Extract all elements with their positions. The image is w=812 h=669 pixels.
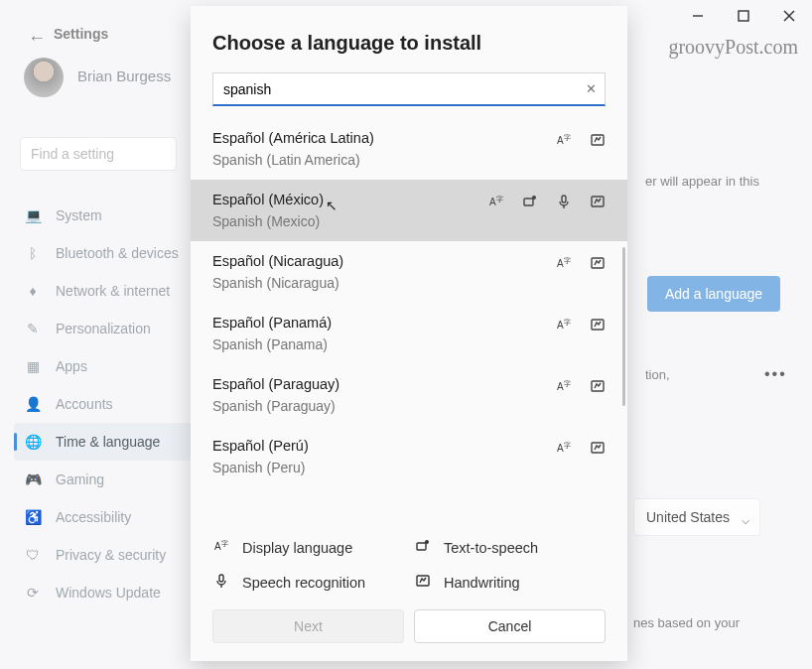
svg-rect-19 — [592, 320, 604, 330]
feature-icons: A字 — [556, 315, 606, 333]
choose-language-dialog: Choose a language to install ✕ A字Español… — [191, 6, 627, 661]
watermark-text: groovyPost.com — [668, 36, 798, 59]
handwriting-icon — [590, 378, 606, 394]
display-icon: A字 — [556, 132, 572, 148]
svg-text:字: 字 — [496, 196, 503, 202]
sidebar-item-personalization[interactable]: ✎Personalization — [14, 310, 193, 347]
feature-icons: A字 — [556, 130, 606, 148]
svg-text:A: A — [489, 197, 496, 207]
sidebar-item-accounts[interactable]: 👤Accounts — [14, 385, 193, 423]
next-button[interactable]: Next — [212, 609, 404, 643]
language-results-list: A字Español (América Latina)Spanish (Latin… — [191, 118, 627, 522]
dialog-title: Choose a language to install — [191, 6, 627, 72]
language-result-item[interactable]: A字Español (Paraguay)Spanish (Paraguay) — [191, 364, 627, 426]
nav-icon: ♦ — [24, 282, 42, 300]
language-name-native: Español (Perú) — [212, 438, 606, 454]
text-to-speech-icon — [414, 538, 432, 557]
tts-icon — [522, 194, 538, 209]
handwriting-icon — [590, 440, 606, 456]
svg-rect-6 — [592, 135, 604, 145]
nav-icon: ᛒ — [24, 244, 42, 262]
sidebar-item-accessibility[interactable]: ♿Accessibility — [14, 498, 193, 536]
cancel-button[interactable]: Cancel — [414, 609, 606, 643]
scrollbar-thumb[interactable] — [622, 247, 625, 406]
add-language-button[interactable]: Add a language — [647, 276, 780, 312]
sidebar-item-apps[interactable]: ▦Apps — [14, 347, 193, 385]
settings-title: Settings — [54, 26, 108, 42]
nav-icon: 🎮 — [24, 470, 42, 488]
nav-icon: ♿ — [24, 508, 42, 526]
language-name-native: Español (Nicaragua) — [212, 253, 606, 269]
svg-text:字: 字 — [221, 540, 228, 547]
display-language-icon: A字 — [212, 538, 230, 557]
svg-text:字: 字 — [564, 134, 571, 141]
nav-icon: 🛡 — [24, 546, 42, 564]
region-dropdown[interactable]: United States — [633, 498, 760, 536]
speech-icon — [556, 194, 572, 209]
minimize-button[interactable] — [675, 0, 721, 32]
handwriting-icon — [590, 317, 606, 333]
sidebar-item-windows-update[interactable]: ⟳Windows Update — [14, 574, 193, 611]
nav-icon: 👤 — [24, 395, 42, 413]
language-result-item[interactable]: A字Español (Nicaragua)Spanish (Nicaragua) — [191, 241, 627, 303]
maximize-button[interactable] — [721, 0, 766, 32]
svg-rect-25 — [592, 443, 604, 453]
feature-icons: A字 — [556, 253, 606, 271]
language-result-item[interactable]: A字Español (México)Spanish (Mexico)↖ — [191, 180, 627, 241]
feature-icons: A字 — [556, 376, 606, 394]
clear-search-icon[interactable]: ✕ — [586, 81, 597, 96]
nav-label: Accessibility — [56, 509, 131, 525]
handwriting-icon — [590, 132, 606, 148]
back-arrow-icon[interactable]: ← — [28, 28, 46, 49]
sidebar-item-bluetooth-devices[interactable]: ᛒBluetooth & devices — [14, 234, 193, 272]
close-button[interactable] — [766, 0, 812, 32]
language-result-item[interactable]: A字Español (Panamá)Spanish (Panama) — [191, 303, 627, 364]
legend-text-to-speech: Text-to-speech — [414, 538, 606, 557]
handwriting-icon — [414, 573, 432, 592]
svg-rect-9 — [524, 199, 533, 205]
nav-icon: 🌐 — [24, 433, 42, 451]
sidebar-item-gaming[interactable]: 🎮Gaming — [14, 461, 193, 498]
svg-rect-32 — [417, 576, 429, 586]
sidebar-item-system[interactable]: 💻System — [14, 197, 193, 234]
feature-icons: A字 — [488, 192, 606, 209]
language-search-field[interactable] — [223, 81, 575, 97]
language-result-item[interactable]: A字Español (Perú)Spanish (Peru) — [191, 426, 627, 487]
legend-speech-recognition: Speech recognition — [212, 573, 404, 592]
bg-hint-text3: nes based on your — [633, 615, 740, 630]
nav-label: System — [56, 207, 102, 223]
nav-label: Windows Update — [56, 585, 161, 601]
display-icon: A字 — [488, 194, 504, 209]
svg-rect-22 — [592, 381, 604, 391]
sidebar: 💻SystemᛒBluetooth & devices♦Network & in… — [14, 197, 193, 611]
more-options-button[interactable]: ••• — [764, 365, 787, 383]
svg-text:A: A — [214, 541, 221, 552]
nav-label: Accounts — [56, 396, 113, 412]
display-icon: A字 — [556, 255, 572, 271]
window-controls — [675, 0, 812, 32]
sidebar-item-privacy-security[interactable]: 🛡Privacy & security — [14, 536, 193, 574]
nav-icon: 💻 — [24, 206, 42, 224]
svg-text:A: A — [557, 381, 564, 392]
svg-rect-11 — [562, 196, 566, 202]
language-name-english: Spanish (Nicaragua) — [212, 275, 606, 291]
display-icon: A字 — [556, 378, 572, 394]
nav-label: Bluetooth & devices — [56, 245, 179, 261]
nav-label: Apps — [56, 358, 87, 374]
language-name-english: Spanish (Latin America) — [212, 152, 606, 168]
sidebar-item-network-internet[interactable]: ♦Network & internet — [14, 272, 193, 310]
bg-hint-text2: tion, — [645, 367, 670, 382]
svg-point-29 — [425, 540, 429, 544]
svg-text:A: A — [557, 320, 564, 331]
nav-icon: ▦ — [24, 357, 42, 375]
find-setting-input[interactable]: Find a setting — [20, 137, 177, 171]
language-name-native: Español (Paraguay) — [212, 376, 606, 392]
svg-rect-16 — [592, 258, 604, 268]
language-search-input[interactable]: ✕ — [212, 72, 606, 106]
language-name-native: Español (Panamá) — [212, 315, 606, 331]
svg-rect-13 — [592, 197, 604, 206]
nav-icon: ✎ — [24, 320, 42, 337]
language-result-item[interactable]: A字Español (América Latina)Spanish (Latin… — [191, 118, 627, 180]
find-setting-placeholder: Find a setting — [31, 146, 114, 162]
sidebar-item-time-language[interactable]: 🌐Time & language — [14, 423, 193, 461]
